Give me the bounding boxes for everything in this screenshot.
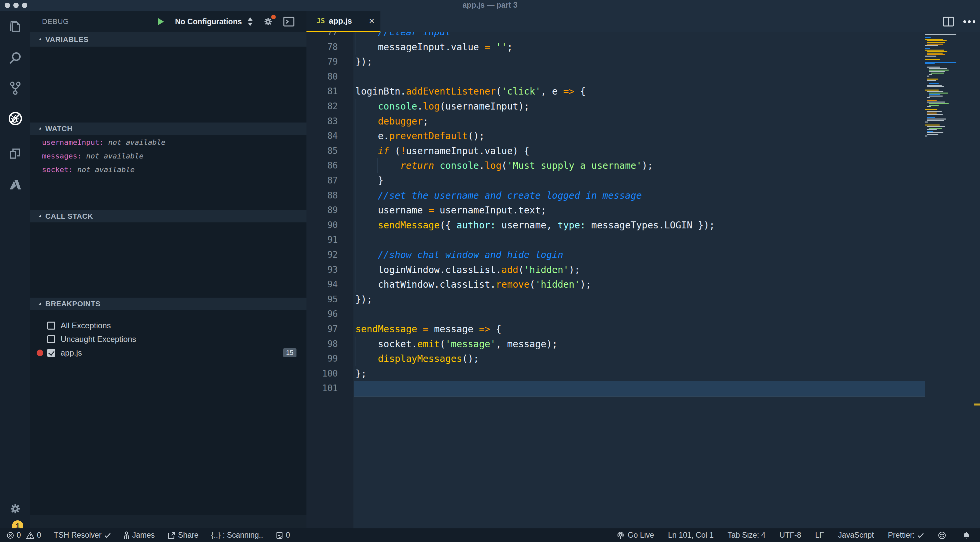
breakpoint-row[interactable]: All Exceptions: [30, 319, 307, 332]
minimap-code-line: [927, 119, 946, 119]
dropdown-arrows-icon[interactable]: [247, 17, 253, 27]
error-icon: [7, 532, 14, 539]
tab-app-js[interactable]: JS app.js ×: [307, 11, 380, 32]
line-number: 93: [328, 262, 338, 277]
minimap-code-line: [927, 51, 947, 52]
source-control-icon[interactable]: [8, 80, 23, 95]
status-item-errors[interactable]: 0: [7, 531, 21, 540]
status-bar-left: 00TSH ResolverJamesShare{..} : Scanning.…: [7, 531, 303, 540]
status-item-pending[interactable]: 0: [276, 531, 290, 540]
status-item-account[interactable]: James: [124, 531, 155, 540]
minimap-code-line: [925, 62, 956, 63]
minimap-code-line: [929, 128, 942, 129]
status-item-share[interactable]: Share: [167, 531, 199, 540]
breakpoint-dot: [37, 350, 43, 356]
status-item-scanning[interactable]: {..} : Scanning..: [211, 531, 263, 540]
line-number: 85: [328, 143, 338, 159]
minimap-code-line: [927, 129, 937, 130]
editor-group: JS app.js × 777879808182838485868: [307, 11, 980, 528]
line-number: 100: [322, 366, 338, 381]
explorer-icon[interactable]: [8, 19, 23, 34]
split-editor-icon[interactable]: [943, 17, 954, 27]
section-header-call-stack[interactable]: CALL STACK: [30, 210, 307, 223]
debug-configurations-dropdown[interactable]: No Configurations: [175, 17, 242, 26]
azure-icon[interactable]: [8, 177, 23, 192]
status-item-label: Prettier:: [888, 531, 915, 540]
line-number: 88: [328, 188, 338, 203]
section-header-breakpoints[interactable]: BREAKPOINTS: [30, 298, 307, 310]
status-item-label: Share: [178, 531, 199, 540]
minimap-code-line: [927, 42, 945, 43]
broadcast-icon: [616, 531, 625, 540]
watch-item[interactable]: socket: not available: [42, 163, 135, 176]
code-line-78: messageInput.value = '';: [355, 40, 513, 55]
code-line-98: socket.emit('message', message);: [355, 337, 558, 351]
breakpoint-checkbox[interactable]: [47, 335, 55, 343]
minimap-code-line: [927, 80, 936, 81]
minimap-code-line: [929, 94, 940, 95]
extensions-icon[interactable]: [8, 146, 23, 161]
breakpoint-checkbox[interactable]: [47, 349, 55, 357]
status-item-eol[interactable]: LF: [815, 531, 824, 540]
variables-body: [30, 47, 307, 122]
status-item-notifications[interactable]: [963, 531, 973, 539]
indent-guide: [355, 218, 355, 233]
minimap-code-line: [925, 121, 928, 122]
search-icon[interactable]: [8, 50, 23, 65]
minimap-code-line: [925, 34, 956, 35]
section-header-watch[interactable]: WATCH: [30, 122, 307, 135]
watch-item[interactable]: messages: not available: [42, 149, 143, 163]
smiley-icon: [938, 531, 946, 539]
status-item-prettier[interactable]: Prettier:: [888, 531, 924, 540]
code-line-100: };: [355, 366, 367, 381]
call-stack-body: [30, 223, 307, 298]
status-item-go-live[interactable]: Go Live: [616, 531, 654, 540]
indent-guide: [355, 32, 355, 40]
breakpoint-checkbox[interactable]: [47, 322, 55, 330]
vscode-window: app.js — part 3: [0, 0, 980, 542]
minimap-code-line: [925, 37, 931, 38]
start-debug-icon[interactable]: [156, 17, 165, 27]
debug-console-icon[interactable]: [283, 17, 294, 27]
minimap-code-line: [927, 131, 933, 132]
line-number: 92: [328, 247, 338, 262]
code-line-90: sendMessage({ author: username, type: me…: [355, 218, 715, 233]
overview-ruler-separator: [974, 32, 974, 528]
minimap-code-line: [927, 91, 943, 92]
status-item-encoding[interactable]: UTF-8: [780, 531, 801, 540]
code-editor[interactable]: 7778798081828384858687888990919293949596…: [307, 32, 980, 528]
watch-variable-name: socket:: [42, 165, 73, 174]
status-item-language[interactable]: JavaScript: [838, 531, 874, 540]
settings-gear-icon[interactable]: [8, 501, 23, 517]
minimap-code-line: [931, 73, 944, 73]
watch-item[interactable]: usernameInput: not available: [42, 135, 165, 149]
line-number: 91: [328, 232, 338, 247]
status-item-feedback[interactable]: [938, 531, 949, 539]
sidebar-bottom-strip: [30, 515, 307, 528]
debug-settings-gear-icon[interactable]: [262, 16, 274, 27]
section-header-variables[interactable]: VARIABLES: [30, 32, 307, 47]
code-line-82: console.log(usernameInput);: [355, 99, 530, 114]
line-number: 90: [328, 218, 338, 233]
twisty-icon: [36, 215, 41, 217]
status-item-tsh-resolver[interactable]: TSH Resolver: [54, 531, 111, 540]
minimap[interactable]: [925, 32, 962, 528]
status-item-cursor-position[interactable]: Ln 101, Col 1: [668, 531, 714, 540]
code-line-84: e.preventDefault();: [355, 129, 485, 143]
minimap-code-line: [927, 44, 943, 45]
debug-icon[interactable]: [8, 111, 23, 126]
status-item-warnings[interactable]: 0: [26, 531, 41, 540]
indent-guide: [355, 277, 355, 292]
minimap-code-line: [927, 106, 931, 107]
minimap-code-line: [925, 56, 936, 57]
breakpoint-row[interactable]: app.js15: [30, 346, 307, 359]
breakpoint-row[interactable]: Uncaught Exceptions: [30, 332, 307, 346]
tab-close-icon[interactable]: ×: [369, 16, 374, 25]
more-actions-icon[interactable]: [963, 20, 976, 24]
line-number: 94: [328, 277, 338, 292]
code-line-87: }: [355, 173, 383, 188]
status-item-tab-size[interactable]: Tab Size: 4: [727, 531, 765, 540]
minimap-code-line: [929, 70, 949, 71]
code-line-95: });: [355, 292, 372, 307]
code-line-86: return console.log('Must supply a userna…: [355, 158, 653, 173]
